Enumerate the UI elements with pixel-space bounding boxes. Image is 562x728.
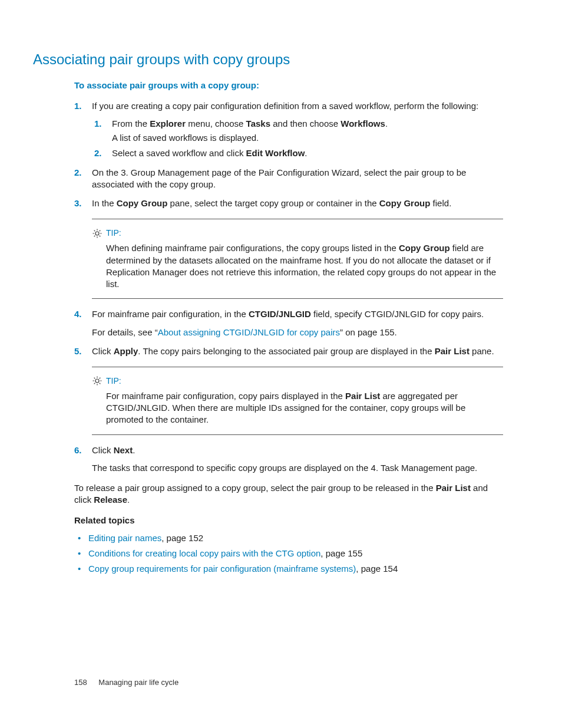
related-item: Conditions for creating local copy pairs… bbox=[74, 548, 503, 559]
related-item: Copy group requirements for pair configu… bbox=[74, 563, 503, 575]
substep-number: 2. bbox=[94, 147, 102, 159]
step-text: In the Copy Group pane, select the targe… bbox=[92, 198, 451, 208]
svg-point-0 bbox=[95, 232, 99, 235]
xref-link[interactable]: About assigning CTGID/JNLGID for copy pa… bbox=[158, 327, 340, 337]
step-text: For mainframe pair configuration, in the… bbox=[92, 309, 484, 319]
page-number: 158 bbox=[74, 678, 87, 687]
related-item: Editing pair names, page 152 bbox=[74, 532, 503, 544]
procedure-intro: To associate pair groups with a copy gro… bbox=[74, 80, 503, 91]
step-text: Click Apply. The copy pairs belonging to… bbox=[92, 346, 494, 356]
procedure-list-cont: 4. For mainframe pair configuration, in … bbox=[74, 308, 503, 357]
step-result: The tasks that correspond to specific co… bbox=[92, 462, 503, 474]
tip-note-1: TIP: When defining mainframe pair config… bbox=[92, 219, 503, 299]
tip-header: TIP: bbox=[92, 375, 503, 387]
tip-body: For mainframe pair configuration, copy p… bbox=[106, 390, 503, 426]
tip-note-2: TIP: For mainframe pair configuration, c… bbox=[92, 367, 503, 435]
step-number: 3. bbox=[74, 197, 82, 209]
related-topics-heading: Related topics bbox=[74, 515, 503, 526]
svg-point-1 bbox=[95, 379, 99, 383]
procedure-list: 1. If you are creating a copy pair confi… bbox=[74, 100, 503, 210]
release-paragraph: To release a pair group assigned to a co… bbox=[74, 482, 503, 506]
related-link[interactable]: Copy group requirements for pair configu… bbox=[88, 564, 356, 574]
tip-label: TIP: bbox=[106, 375, 121, 387]
substep-text: From the Explorer menu, choose Tasks and… bbox=[112, 118, 388, 129]
step-5: 5. Click Apply. The copy pairs belonging… bbox=[74, 345, 503, 357]
step-number: 4. bbox=[74, 308, 82, 320]
tip-icon bbox=[92, 375, 103, 386]
tip-label: TIP: bbox=[106, 228, 121, 239]
step-text: On the 3. Group Management page of the P… bbox=[92, 167, 466, 189]
step-3: 3. In the Copy Group pane, select the ta… bbox=[74, 197, 503, 209]
step-detail: For details, see “About assigning CTGID/… bbox=[92, 327, 503, 338]
step-text: Click Next. bbox=[92, 445, 135, 455]
step-1: 1. If you are creating a copy pair confi… bbox=[74, 100, 503, 160]
step-6: 6. Click Next. The tasks that correspond… bbox=[74, 444, 503, 475]
page-content: Associating pair groups with copy groups… bbox=[0, 0, 562, 575]
substep-text: Select a saved workflow and click Edit W… bbox=[112, 148, 308, 158]
step-4: 4. For mainframe pair configuration, in … bbox=[74, 308, 503, 338]
procedure-list-cont2: 6. Click Next. The tasks that correspond… bbox=[74, 444, 503, 475]
related-topics-list: Editing pair names, page 152 Conditions … bbox=[74, 532, 503, 575]
substep-1: 1. From the Explorer menu, choose Tasks … bbox=[94, 118, 503, 144]
substep-result: A list of saved workflows is displayed. bbox=[112, 132, 503, 144]
related-link[interactable]: Editing pair names bbox=[88, 533, 161, 543]
related-link[interactable]: Conditions for creating local copy pairs… bbox=[88, 548, 320, 558]
step-number: 2. bbox=[74, 167, 82, 179]
step-number: 1. bbox=[74, 100, 82, 112]
content-body: To associate pair groups with a copy gro… bbox=[74, 80, 503, 575]
section-title: Associating pair groups with copy groups bbox=[33, 50, 503, 69]
tip-header: TIP: bbox=[92, 228, 503, 239]
tip-icon bbox=[92, 228, 103, 239]
substep-number: 1. bbox=[94, 118, 102, 130]
step-2: 2. On the 3. Group Management page of th… bbox=[74, 167, 503, 191]
substep-2: 2. Select a saved workflow and click Edi… bbox=[94, 147, 503, 159]
step-number: 6. bbox=[74, 444, 82, 456]
step-text: If you are creating a copy pair configur… bbox=[92, 101, 478, 111]
step-number: 5. bbox=[74, 345, 82, 357]
substep-list: 1. From the Explorer menu, choose Tasks … bbox=[94, 118, 503, 160]
tip-body: When defining mainframe pair configurati… bbox=[106, 242, 503, 290]
chapter-title: Managing pair life cycle bbox=[98, 678, 178, 687]
page-footer: 158 Managing pair life cycle bbox=[74, 677, 178, 688]
